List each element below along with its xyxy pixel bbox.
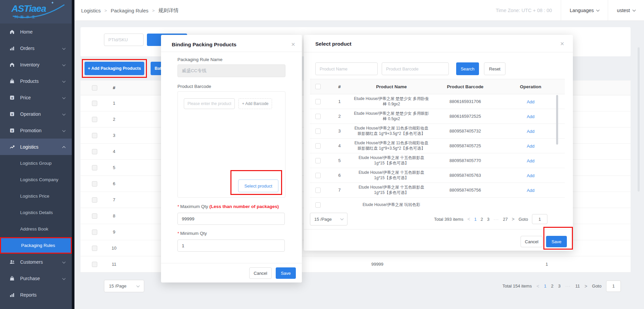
page-number-last[interactable]: 27: [503, 217, 507, 222]
breadcrumb-packaging-rules[interactable]: Packaging Rules: [111, 8, 149, 13]
save-button[interactable]: Save: [546, 236, 567, 247]
modal-title: Binding Packing Products: [172, 42, 236, 48]
page-number-3[interactable]: 3: [487, 217, 489, 222]
sidebar-item-logistics-price[interactable]: Logistics Price: [0, 188, 72, 204]
row-checkbox[interactable]: [92, 133, 97, 138]
product-name-input[interactable]: [315, 62, 378, 75]
page-number-2[interactable]: 2: [481, 217, 483, 222]
add-product-link[interactable]: Add: [527, 129, 534, 134]
row-checkbox[interactable]: [315, 128, 321, 134]
row-checkbox[interactable]: [315, 158, 321, 163]
sidebar-item-logistics-details[interactable]: Logistics Details: [0, 204, 72, 221]
goto-page-input[interactable]: [606, 280, 621, 292]
row-checkbox[interactable]: [92, 181, 97, 187]
ptid-sku-input[interactable]: [104, 34, 144, 46]
total-items-label: Total 154 items: [502, 284, 532, 289]
languages-dropdown[interactable]: Languages: [561, 0, 608, 21]
add-product-link[interactable]: Add: [527, 158, 534, 163]
table-scrollbar[interactable]: [556, 95, 558, 145]
min-qty-input[interactable]: [177, 240, 285, 252]
row-checkbox[interactable]: [92, 246, 97, 251]
page-size-select[interactable]: 15 /Page: [104, 280, 144, 292]
row-index: 4: [326, 143, 353, 148]
pagination-ellipsis[interactable]: ···: [493, 217, 499, 222]
select-all-checkbox[interactable]: [92, 85, 97, 91]
total-items-label: Total 393 items: [434, 217, 463, 222]
sidebar-item-packaging-rules[interactable]: Packaging Rules: [0, 237, 72, 254]
row-checkbox[interactable]: [92, 262, 97, 267]
product-barcode-input[interactable]: [382, 62, 449, 75]
max-qty-input[interactable]: [177, 213, 285, 225]
sidebar-item-promotion[interactable]: ¥ Promotion: [0, 122, 72, 139]
add-product-link[interactable]: Add: [527, 144, 534, 149]
user-dropdown[interactable]: ustest: [608, 0, 644, 21]
row-checkbox[interactable]: [315, 114, 321, 119]
row-checkbox[interactable]: [92, 229, 97, 235]
prev-page-button[interactable]: <: [536, 284, 539, 289]
add-packaging-products-button[interactable]: + Add Packaging Products: [85, 62, 144, 75]
sidebar-item-inventory[interactable]: Inventory: [0, 56, 72, 73]
sidebar-item-operation[interactable]: ¥ Operation: [0, 106, 72, 122]
page-number-last[interactable]: 11: [575, 284, 580, 289]
add-product-link[interactable]: Add: [527, 173, 534, 178]
page-number-1[interactable]: 1: [474, 217, 477, 222]
row-checkbox[interactable]: [315, 143, 321, 149]
select-all-checkbox[interactable]: [315, 84, 321, 89]
cancel-button[interactable]: Cancel: [249, 267, 272, 279]
page-number-2[interactable]: 2: [551, 284, 553, 289]
sidebar-item-products[interactable]: Products: [0, 73, 72, 89]
close-icon[interactable]: ×: [560, 40, 564, 47]
binding-packing-products-modal: Binding Packing Products × Packaging Rul…: [161, 35, 302, 282]
page-number-1[interactable]: 1: [544, 284, 546, 289]
breadcrumb-logistics[interactable]: Logistics: [81, 8, 101, 13]
row-checkbox[interactable]: [92, 213, 97, 219]
row-checkbox[interactable]: [92, 101, 97, 106]
select-product-button[interactable]: Select product: [238, 179, 278, 192]
sidebar-scrollbar[interactable]: [72, 0, 74, 309]
sidebar-item-orders[interactable]: Orders: [0, 40, 72, 56]
search-button[interactable]: Search: [456, 62, 479, 75]
add-product-link[interactable]: Add: [527, 114, 534, 119]
next-page-button[interactable]: >: [585, 284, 587, 289]
row-checkbox[interactable]: [92, 165, 97, 170]
sidebar-item-logistics[interactable]: Logistics: [0, 139, 72, 155]
row-checkbox[interactable]: [92, 117, 97, 122]
row-checkbox[interactable]: [315, 99, 321, 104]
row-checkbox[interactable]: [315, 188, 321, 193]
sidebar-item-price[interactable]: ¥ Price: [0, 89, 72, 106]
pagination-ellipsis[interactable]: ···: [565, 284, 571, 289]
next-page-button[interactable]: >: [512, 216, 515, 222]
sidebar-item-reports[interactable]: Reports: [0, 287, 72, 303]
sidebar-item-address-book[interactable]: Address Book: [0, 221, 72, 237]
save-button[interactable]: Save: [276, 267, 296, 279]
svg-text:¥: ¥: [11, 96, 13, 99]
page-scrollbar[interactable]: [638, 47, 640, 192]
add-product-link[interactable]: Add: [527, 99, 534, 104]
page-number-3[interactable]: 3: [558, 284, 560, 289]
cancel-button[interactable]: Cancel: [521, 236, 543, 247]
barcode-entry-input[interactable]: [184, 98, 235, 109]
brand-logo[interactable]: ✦ ASTiaea 阿斯米亚: [0, 0, 72, 23]
sidebar-item-customers[interactable]: Customers: [0, 254, 72, 270]
breadcrumb-rule-detail: 规则详情: [158, 7, 178, 14]
reset-button[interactable]: Reset: [484, 62, 505, 75]
add-barcode-button[interactable]: + Add Barcode: [238, 98, 272, 109]
sidebar-item-logistics-company[interactable]: Logistics Company: [0, 171, 72, 188]
row-checkbox[interactable]: [92, 149, 97, 154]
row-checkbox[interactable]: [92, 197, 97, 203]
prev-page-button[interactable]: <: [467, 216, 470, 222]
sidebar-item-home[interactable]: Home: [0, 23, 72, 40]
topbar: Logistics > Packaging Rules > 规则详情 Time …: [74, 0, 644, 21]
row-checkbox[interactable]: [315, 202, 321, 208]
page-size-select[interactable]: 15 /Page: [310, 213, 347, 225]
goto-page-input[interactable]: [532, 214, 547, 224]
row-checkbox[interactable]: [315, 173, 321, 178]
product-barcode: 8809587405770: [430, 158, 500, 163]
product-table-header: # Product Name Product Barcode Operation: [310, 79, 565, 94]
chevron-down-icon: [62, 277, 66, 280]
add-product-link[interactable]: Add: [527, 188, 534, 193]
sidebar-item-purchase[interactable]: Purchase: [0, 270, 72, 287]
sidebar-item-logistics-group[interactable]: Logistics Group: [0, 155, 72, 171]
main-pagination: Total 154 items < 1 2 3 ··· 11 > Goto: [502, 280, 621, 292]
close-icon[interactable]: ×: [291, 41, 295, 48]
